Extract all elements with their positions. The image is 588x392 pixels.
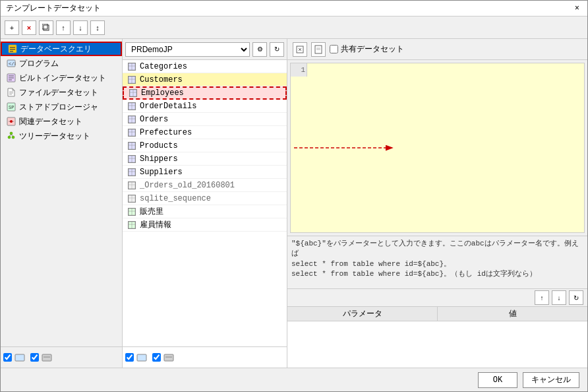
middle-settings-btn[interactable]: ⚙ [252,42,267,57]
sidebar-item-tree[interactable]: ツリーデータセット [1,129,122,143]
sql-editor[interactable]: 1 [290,63,585,233]
right-btn1[interactable] [293,42,307,57]
list-item[interactable]: Suppliers [123,166,287,179]
sort-button[interactable]: ↕ [90,20,105,35]
middle-panel: PRDemoJP ⚙ ↻ Categories Customers [123,39,287,368]
sidebar-item-program[interactable]: </> プログラム [1,56,122,71]
param-col1: パラメータ [287,307,438,321]
svg-text:SP: SP [9,105,14,110]
sidebar-item-related[interactable]: 関連データセット [1,114,122,129]
middle-checkbox2[interactable] [152,353,161,362]
right-panel: 共有データセット 1 [287,39,587,368]
copy-icon [42,24,50,32]
main-content: データベースクエリ </> プログラム [1,39,587,368]
left-footer-icon1 [15,353,25,362]
list-item[interactable]: Orders [123,113,287,126]
svg-rect-68 [137,354,146,361]
move-up-button[interactable]: ↑ [56,20,71,35]
line-number-1: 1 [292,66,305,74]
table-icon [128,221,136,229]
main-toolbar: + × ↑ ↓ ↕ [1,16,587,39]
middle-checkbox1[interactable] [125,353,134,362]
svg-line-25 [11,135,13,136]
left-checkbox-group2 [30,353,52,362]
table-icon [128,115,136,123]
builtin-index-icon [6,73,16,83]
svg-rect-3 [10,47,15,48]
table-icon [128,195,136,203]
move-down-button[interactable]: ↓ [73,20,88,35]
table-icon [129,89,137,97]
svg-rect-27 [42,354,51,361]
stored-proc-icon: SP [6,102,16,112]
right-header: 共有データセット [287,39,587,60]
sidebar-item-program-label: プログラム [19,58,59,69]
list-item[interactable]: Customers [123,73,287,86]
list-item[interactable]: 販売里 [123,205,287,218]
svg-rect-26 [15,354,24,361]
right-btn2[interactable] [311,42,326,57]
left-panel: データベースクエリ </> プログラム [1,39,123,368]
sidebar-item-db-query[interactable]: データベースクエリ [1,42,122,56]
left-checkbox1[interactable] [3,353,12,362]
tree-area: データベースクエリ </> プログラム [1,39,122,346]
list-item[interactable]: Employees [123,86,287,100]
table-list: Categories Customers Employees [123,60,287,346]
param-table-body [287,321,587,368]
window-title: テンプレートデータセット [6,3,101,14]
sidebar-item-file-dataset[interactable]: ファイルデータセット [1,85,122,100]
sidebar-item-stored-proc[interactable]: SP ストアドプロシージャ [1,100,122,114]
add-button[interactable]: + [5,20,19,35]
list-item[interactable]: sqlite_sequence [123,192,287,205]
param-refresh-btn[interactable]: ↻ [569,290,583,305]
list-item[interactable]: OrderDetails [123,100,287,113]
sidebar-item-db-query-label: データベースクエリ [20,44,92,55]
param-down-btn[interactable]: ↓ [552,290,566,305]
middle-checkbox-group2 [152,353,174,362]
hint-area: "${abc}"をパラメーターとして入力できます。ここのabcはパラメーター名で… [287,236,587,288]
sidebar-item-builtin-index-label: ビルトインデータセット [19,73,106,84]
program-icon: </> [6,58,16,69]
main-window: テンプレートデータセット × + × ↑ ↓ ↕ [0,0,588,392]
list-item[interactable]: Categories [123,60,287,73]
svg-text:</>: </> [9,61,16,67]
copy-button[interactable] [39,20,53,35]
svg-rect-69 [164,354,173,361]
tree-icon [6,131,16,141]
related-icon [6,116,16,127]
table-icon [128,181,136,189]
svg-line-24 [9,135,11,136]
list-item[interactable]: 雇員情報 [123,218,287,232]
shared-dataset-label: 共有データセット [341,44,404,55]
table-icon [128,142,136,150]
delete-button[interactable]: × [22,20,36,35]
sidebar-item-builtin-index[interactable]: ビルトインデータセット [1,71,122,85]
param-toolbar: ↑ ↓ ↻ [287,289,587,306]
db-selector[interactable]: PRDemoJP [125,42,250,57]
param-section: ↑ ↓ ↻ パラメータ 値 [287,288,587,368]
close-button[interactable]: × [572,4,582,13]
param-up-btn[interactable]: ↑ [535,290,549,305]
svg-rect-5 [10,51,13,52]
list-item[interactable]: Shippers [123,152,287,166]
list-item[interactable]: Prefectures [123,126,287,139]
list-item[interactable]: Products [123,139,287,152]
shared-dataset-checkbox[interactable] [330,45,338,53]
svg-rect-1 [42,24,47,29]
svg-point-23 [12,136,15,139]
sql-content[interactable] [309,63,584,232]
table-icon [128,208,136,216]
svg-rect-4 [10,49,15,50]
middle-refresh-btn[interactable]: ↻ [270,42,284,57]
middle-footer-icon1 [136,353,147,362]
param-col2: 値 [438,307,587,321]
left-checkbox2[interactable] [30,353,39,362]
sidebar-item-stored-proc-label: ストアドプロシージャ [19,102,98,113]
hint-text: "${abc}"をパラメーターとして入力できます。ここのabcはパラメーター名で… [291,240,579,278]
ok-button[interactable]: OK [478,372,517,388]
cancel-button[interactable]: キャンセル [523,372,579,388]
middle-footer-icon2 [163,353,174,362]
sidebar-item-tree-label: ツリーデータセット [19,131,90,142]
sql-textarea[interactable] [312,66,581,230]
list-item[interactable]: _Orders_old_20160801 [123,179,287,192]
